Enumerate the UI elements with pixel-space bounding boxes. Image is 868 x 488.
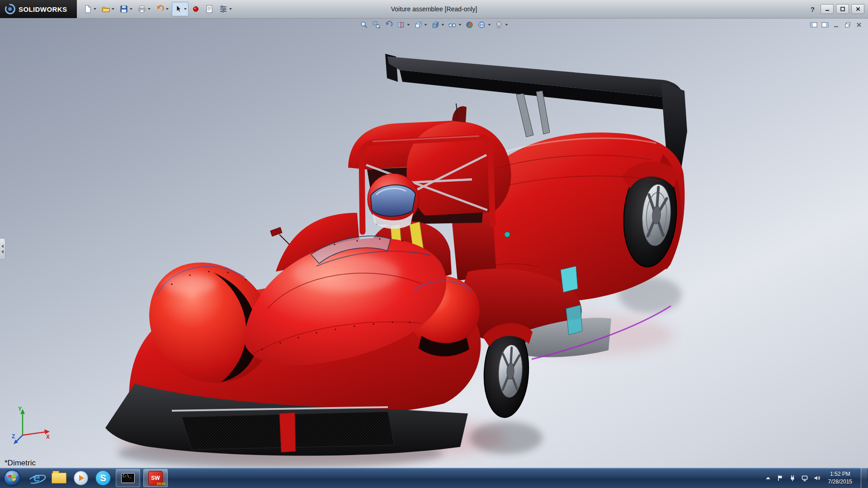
caret-icon[interactable] xyxy=(229,8,232,10)
play-triangle-icon xyxy=(79,475,84,481)
dassault-compass-icon xyxy=(5,4,15,14)
minimize-button[interactable] xyxy=(821,4,834,14)
power-plug-icon[interactable] xyxy=(789,474,796,482)
pinned-apps: e S C:\_ SW 2015 xyxy=(27,469,168,487)
folder-icon xyxy=(52,473,66,483)
select-cursor-icon xyxy=(174,5,183,14)
graphics-area[interactable]: Y X Z *Dimetric xyxy=(0,19,868,468)
zoom-to-fit-icon xyxy=(360,21,368,29)
helmet-visor xyxy=(371,185,415,216)
featuremanager-flyout-handle[interactable] xyxy=(0,238,5,260)
taskbar-skype[interactable]: S xyxy=(94,469,113,487)
options-sliders-icon xyxy=(219,5,228,14)
taskbar-solidworks[interactable]: SW 2015 xyxy=(143,469,168,487)
hidden-icons-button[interactable] xyxy=(764,474,772,482)
new-document-icon xyxy=(83,5,92,14)
skype-letter: S xyxy=(100,473,106,483)
print-button[interactable] xyxy=(136,2,152,16)
caret-icon[interactable] xyxy=(112,8,114,10)
appearance-ball-icon xyxy=(466,21,474,29)
edit-appearance-button[interactable] xyxy=(465,20,475,29)
undo-arrow-icon xyxy=(156,5,165,14)
caret-icon[interactable] xyxy=(442,24,444,26)
previous-view-icon xyxy=(385,21,393,29)
windows-taskbar: e S C:\_ SW 2015 xyxy=(0,468,868,488)
command-prompt-icon: C:\_ xyxy=(121,473,135,483)
caret-icon[interactable] xyxy=(488,24,491,26)
titlebar: SOLIDWORKS xyxy=(0,0,868,19)
doc-minimize-icon[interactable] xyxy=(833,21,840,28)
action-center-flag-icon[interactable] xyxy=(777,474,784,482)
options-button[interactable] xyxy=(217,2,234,16)
open-folder-icon xyxy=(101,5,110,14)
taskbar-media-player[interactable] xyxy=(71,469,90,487)
caret-icon[interactable] xyxy=(166,8,169,10)
save-button[interactable] xyxy=(118,2,134,16)
caret-icon[interactable] xyxy=(407,24,410,26)
document-window-controls xyxy=(810,21,863,28)
caret-icon[interactable] xyxy=(425,24,427,26)
doc-close-icon[interactable] xyxy=(855,21,863,28)
select-button[interactable] xyxy=(172,2,189,16)
zoom-to-area-button[interactable] xyxy=(372,20,382,29)
media-player-icon xyxy=(74,471,88,485)
taskbar-windows-explorer[interactable] xyxy=(49,469,68,487)
view-settings-button[interactable] xyxy=(494,20,509,29)
taskbar-internet-explorer[interactable]: e xyxy=(27,469,46,487)
close-button[interactable] xyxy=(851,4,864,14)
start-button[interactable] xyxy=(3,469,22,488)
taskbar-command-prompt[interactable]: C:\_ xyxy=(116,469,140,487)
caret-icon[interactable] xyxy=(184,8,187,10)
network-icon[interactable] xyxy=(801,474,808,482)
system-tray: 1:52 PM 7/28/2015 xyxy=(764,468,868,488)
save-floppy-icon xyxy=(119,5,128,14)
window-title: Voiture assemblee [Read-only] xyxy=(391,5,477,13)
brand-text: SOLIDWORKS xyxy=(19,5,67,13)
view-settings-icon xyxy=(495,21,503,29)
display-style-icon xyxy=(431,21,439,29)
display-style-button[interactable] xyxy=(430,20,445,29)
print-icon xyxy=(137,5,146,14)
glasses-icon xyxy=(448,21,457,29)
caret-icon[interactable] xyxy=(130,8,132,10)
undo-button[interactable] xyxy=(154,2,170,16)
section-view-button[interactable] xyxy=(396,20,411,29)
zoom-to-fit-button[interactable] xyxy=(359,20,369,29)
standard-toolbar xyxy=(81,2,234,16)
solidworks-logo: SOLIDWORKS xyxy=(0,0,77,18)
display-pane-icon[interactable] xyxy=(821,21,829,28)
sw-year-badge: 2015 xyxy=(156,482,165,486)
caret-icon[interactable] xyxy=(148,8,151,10)
view-orientation-button[interactable] xyxy=(413,20,428,29)
caret-icon[interactable] xyxy=(94,8,96,10)
cmd-prompt-text: C:\_ xyxy=(123,474,131,478)
orientation-triad: Y X Z xyxy=(12,404,55,448)
section-view-icon xyxy=(397,21,405,29)
record-dot-icon xyxy=(192,5,200,13)
zoom-to-area-icon xyxy=(373,21,381,29)
show-desktop-button[interactable] xyxy=(861,468,867,488)
open-button[interactable] xyxy=(99,2,116,16)
maximize-button[interactable] xyxy=(836,4,849,14)
caret-icon[interactable] xyxy=(505,24,508,26)
volume-icon[interactable] xyxy=(813,474,821,482)
previous-view-button[interactable] xyxy=(384,20,394,29)
sw-letters: SW xyxy=(151,475,160,481)
scene-globe-icon xyxy=(478,21,486,29)
new-document-button[interactable] xyxy=(81,2,98,16)
solidworks-app-icon: SW 2015 xyxy=(148,471,163,485)
hide-show-items-button[interactable] xyxy=(448,20,462,29)
apply-scene-button[interactable] xyxy=(477,20,492,29)
help-icon[interactable]: ? xyxy=(811,5,815,13)
file-properties-button[interactable] xyxy=(203,2,216,16)
feature-pane-icon[interactable] xyxy=(810,21,817,28)
doc-restore-icon[interactable] xyxy=(844,21,851,28)
model-race-car[interactable] xyxy=(0,19,868,468)
caret-icon[interactable] xyxy=(459,24,462,26)
taskbar-clock[interactable]: 1:52 PM 7/28/2015 xyxy=(828,470,852,485)
triad-x-label: X xyxy=(46,434,50,440)
skype-icon: S xyxy=(96,471,110,485)
clock-time: 1:52 PM xyxy=(828,470,852,478)
macro-record-button[interactable] xyxy=(190,2,202,16)
clock-date: 7/28/2015 xyxy=(828,478,852,485)
